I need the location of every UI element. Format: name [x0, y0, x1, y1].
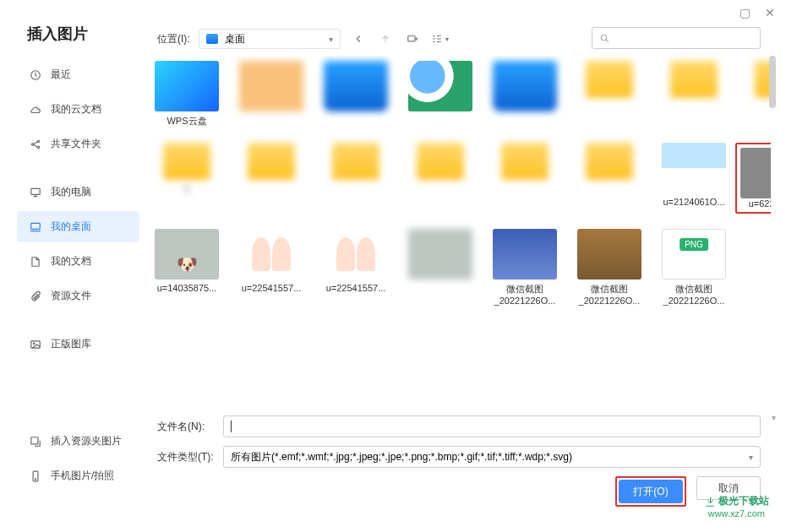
back-button[interactable] [349, 30, 368, 48]
svg-rect-11 [407, 36, 414, 41]
maximize-icon[interactable]: ▢ [739, 7, 751, 19]
svg-point-10 [35, 478, 35, 479]
export-icon [29, 435, 42, 448]
thumbnail [332, 143, 379, 180]
location-label: 位置(I): [157, 32, 190, 46]
thumbnail [670, 61, 718, 98]
sidebar-item-mypc[interactable]: 我的电脑 [17, 176, 139, 208]
sidebar-item-label: 手机图片/拍照 [51, 469, 114, 483]
search-box[interactable] [592, 27, 761, 49]
scroll-down-icon[interactable]: ▾ [772, 413, 776, 422]
scroll-thumb[interactable] [769, 56, 776, 108]
svg-point-7 [33, 342, 35, 344]
thumbnail [408, 61, 472, 111]
thumbnail [740, 148, 771, 198]
file-item[interactable] [404, 229, 477, 308]
thumbnail [163, 143, 210, 180]
file-item[interactable] [742, 61, 771, 128]
open-button[interactable]: 打开(O) [619, 480, 683, 503]
file-item[interactable]: u=2124061O... [658, 143, 730, 214]
scrollbar[interactable]: ▾ [767, 56, 776, 422]
filetype-select[interactable]: 所有图片(*.emf;*.wmf;*.jpg;*.jpeg;*.jpe;*.pn… [223, 446, 761, 468]
share-icon [29, 138, 42, 151]
image-icon [29, 338, 42, 351]
sidebar-item-resources[interactable]: 资源文件 [17, 280, 139, 312]
thumbnail [324, 61, 388, 111]
up-button[interactable] [376, 30, 395, 48]
file-item[interactable] [235, 61, 308, 128]
sidebar-bottom: 插入资源夹图片 手机图片/拍照 [17, 426, 139, 491]
file-label [487, 115, 563, 125]
thumbnail [586, 143, 633, 180]
sidebar-item-insert-resource[interactable]: 插入资源夹图片 [17, 426, 139, 457]
file-label [402, 183, 478, 193]
file-item[interactable] [489, 61, 561, 128]
file-item[interactable]: u=22541557... [235, 229, 308, 308]
sidebar-item-label: 最近 [51, 68, 71, 82]
file-label [487, 183, 563, 193]
file-item[interactable] [489, 143, 561, 214]
file-item[interactable]: u=14035875... [150, 229, 223, 308]
file-item[interactable]: 微信截图_20221226O... [573, 229, 646, 308]
file-item[interactable]: u=22541557... [319, 229, 392, 308]
file-label: 微信截图_20221226O... [571, 283, 647, 308]
open-button-highlight: 打开(O) [615, 476, 686, 507]
filename-label: 文件名(N): [157, 420, 215, 434]
file-item[interactable] [573, 143, 646, 214]
thumbnail [417, 143, 464, 180]
phone-icon [29, 470, 42, 483]
thumbnail [239, 229, 303, 280]
file-label [571, 183, 647, 193]
file-label: 微信截图_20221226O... [656, 283, 732, 308]
file-item[interactable]: s [150, 143, 223, 214]
file-label [318, 115, 394, 125]
clock-icon [29, 68, 42, 82]
new-folder-button[interactable] [403, 30, 422, 48]
search-icon [599, 33, 610, 44]
view-mode-button[interactable]: ▾ [430, 30, 449, 48]
file-item[interactable]: 微信截图_20221226O... [658, 229, 730, 308]
footer: 文件名(N): 文件类型(T): 所有图片(*.emf;*.wmf;*.jpg;… [157, 415, 761, 507]
sidebar-item-cloud[interactable]: 我的云文档 [17, 94, 139, 125]
sidebar-item-label: 我的电脑 [51, 185, 91, 199]
svg-point-12 [601, 35, 607, 41]
file-item[interactable] [658, 61, 730, 128]
file-item[interactable] [235, 143, 308, 214]
file-label: u=2124061O... [656, 197, 732, 207]
file-label [740, 101, 771, 111]
sidebar-item-mobile[interactable]: 手机图片/拍照 [17, 460, 139, 491]
thumbnail [493, 229, 557, 280]
file-label [571, 101, 647, 111]
sidebar-item-label: 共享文件夹 [51, 137, 101, 151]
attachment-icon [29, 290, 42, 303]
toolbar: 位置(I): 桌面 ▾ ▾ [157, 29, 449, 49]
file-label: WPS云盘 [149, 115, 225, 128]
sidebar-item-desktop[interactable]: 我的桌面 [17, 211, 139, 242]
sidebar-item-gallery[interactable]: 正版图库 [17, 328, 139, 360]
close-icon[interactable]: ✕ [764, 7, 776, 19]
file-item[interactable]: 微信截图_20221226O... [489, 229, 561, 308]
sidebar-item-shared[interactable]: 共享文件夹 [17, 128, 139, 160]
file-item[interactable] [573, 61, 646, 128]
svg-point-1 [31, 143, 33, 144]
file-item[interactable] [404, 61, 477, 128]
file-item[interactable]: WPS云盘 [150, 61, 223, 128]
sidebar-item-label: 插入资源夹图片 [51, 434, 122, 448]
sidebar-item-label: 我的文档 [51, 254, 91, 269]
filename-input[interactable] [223, 415, 761, 437]
file-label [233, 183, 309, 193]
file-item[interactable] [404, 143, 477, 214]
thumbnail [586, 61, 633, 98]
file-item[interactable] [319, 143, 392, 214]
monitor-icon [29, 186, 42, 199]
thumbnail [239, 61, 303, 111]
file-item[interactable]: u=62229871... [742, 143, 771, 214]
sidebar-item-recent[interactable]: 最近 [17, 59, 139, 90]
svg-rect-8 [31, 437, 38, 443]
location-select[interactable]: 桌面 ▾ [199, 29, 341, 49]
file-item[interactable] [319, 61, 392, 128]
sidebar-item-label: 我的云文档 [51, 102, 101, 117]
sidebar-item-docs[interactable]: 我的文档 [17, 246, 139, 277]
search-input[interactable] [615, 32, 753, 44]
file-label: u=22541557... [233, 283, 309, 293]
